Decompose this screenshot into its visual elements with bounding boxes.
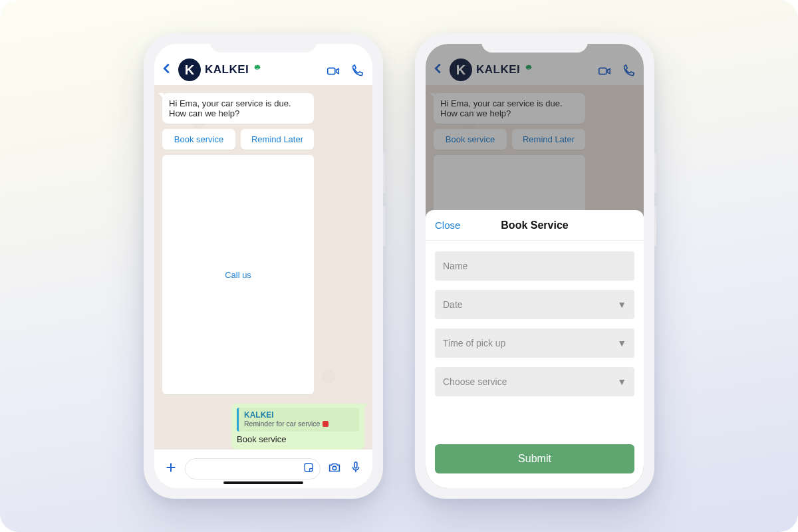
message-input[interactable] bbox=[185, 458, 321, 479]
reply-quote: KALKEI Reminder for car service bbox=[237, 408, 359, 432]
chevron-down-icon: ▼ bbox=[617, 376, 626, 387]
remind-later-button[interactable]: Remind Later bbox=[241, 129, 314, 150]
phone-call-icon[interactable] bbox=[350, 64, 364, 81]
time-field-label: Time of pick up bbox=[443, 338, 505, 348]
compose-bar bbox=[154, 450, 372, 488]
chat-body: Hi Ema, your car service is due. How can… bbox=[154, 85, 372, 450]
camera-icon[interactable] bbox=[327, 460, 342, 477]
chat-title: KALKEI bbox=[205, 63, 249, 76]
close-button[interactable]: Close bbox=[435, 219, 460, 231]
showcase-canvas: K KALKEI Hi Ema, your car service i bbox=[0, 0, 798, 532]
book-service-button[interactable]: Book service bbox=[162, 129, 235, 150]
chevron-down-icon: ▼ bbox=[617, 299, 626, 310]
plus-icon[interactable] bbox=[164, 460, 178, 477]
chevron-down-icon: ▼ bbox=[617, 338, 626, 348]
phone-mock-left: K KALKEI Hi Ema, your car service i bbox=[144, 33, 383, 499]
date-field[interactable]: Date ▼ bbox=[435, 290, 634, 319]
name-field-label: Name bbox=[443, 261, 467, 271]
verified-icon bbox=[253, 64, 262, 76]
bookmark-icon bbox=[323, 421, 329, 427]
reply-text: Book service bbox=[237, 434, 359, 444]
book-service-sheet: Close Book Service Name Date ▼ Time of p… bbox=[426, 210, 644, 488]
svg-rect-3 bbox=[354, 462, 357, 468]
service-field[interactable]: Choose service ▼ bbox=[435, 367, 634, 396]
incoming-message: Hi Ema, your car service is due. How can… bbox=[162, 93, 314, 124]
svg-rect-1 bbox=[305, 464, 313, 471]
svg-rect-0 bbox=[328, 68, 335, 74]
submit-button[interactable]: Submit bbox=[435, 444, 634, 473]
sheet-header: Close Book Service bbox=[426, 210, 644, 241]
phone-notch bbox=[210, 35, 317, 53]
back-icon[interactable] bbox=[160, 61, 174, 78]
phone-screen: K KALKEI Hi Ema, your car service i bbox=[426, 44, 644, 488]
phone-mock-right: K KALKEI Hi Ema, your car service i bbox=[415, 33, 654, 499]
video-call-icon[interactable] bbox=[326, 64, 340, 81]
quote-text: Reminder for car service bbox=[244, 420, 320, 428]
time-field[interactable]: Time of pick up ▼ bbox=[435, 329, 634, 358]
sheet-title: Book Service bbox=[501, 219, 568, 231]
phone-notch bbox=[481, 35, 588, 53]
sticker-icon[interactable] bbox=[303, 462, 315, 476]
avatar: K bbox=[178, 59, 201, 81]
quote-sender: KALKEI bbox=[244, 410, 355, 420]
outgoing-message: KALKEI Reminder for car service Book ser… bbox=[231, 404, 364, 450]
phone-screen: K KALKEI Hi Ema, your car service i bbox=[154, 44, 372, 488]
service-field-label: Choose service bbox=[443, 376, 507, 387]
name-field[interactable]: Name bbox=[435, 251, 634, 281]
home-indicator bbox=[223, 481, 303, 484]
mic-icon[interactable] bbox=[348, 460, 363, 477]
call-us-button[interactable]: Call us bbox=[162, 155, 314, 394]
svg-point-2 bbox=[332, 466, 336, 470]
date-field-label: Date bbox=[443, 299, 463, 310]
